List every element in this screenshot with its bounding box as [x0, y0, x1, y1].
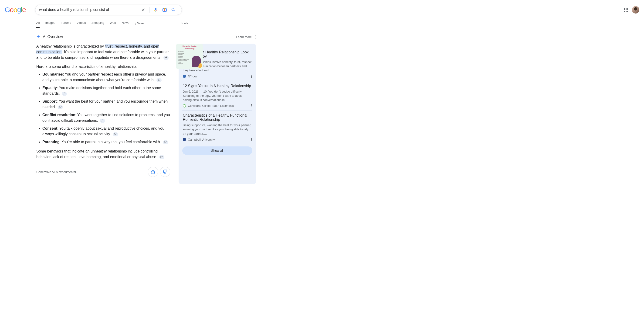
citation-link-icon[interactable] [163, 140, 168, 144]
source-title[interactable]: Characteristics of a Healthy, Functional… [183, 113, 252, 122]
characteristic-item: Conflict resolution: You work together t… [42, 112, 170, 123]
search-icon[interactable] [169, 7, 178, 12]
tab-web[interactable]: Web [110, 17, 116, 28]
char-desc: : You're able to parent in a way that yo… [60, 140, 161, 144]
apps-icon[interactable] [624, 8, 628, 12]
char-term: Support [42, 99, 56, 103]
ai-overview-title: AI Overview [43, 35, 63, 39]
citation-link-icon[interactable] [164, 56, 168, 60]
tab-forums[interactable]: Forums [61, 17, 71, 28]
tab-more-label: More [137, 22, 144, 25]
source-menu-icon[interactable] [251, 75, 252, 78]
citation-link-icon[interactable] [62, 92, 67, 96]
citation-link-icon[interactable] [100, 119, 105, 123]
account-avatar[interactable] [632, 6, 639, 14]
search-bar [35, 5, 182, 15]
thumbs-up-button[interactable] [148, 167, 158, 177]
ai-thumbnail[interactable]: Signs of a Healthy Relationship • Autono… [176, 44, 203, 69]
google-logo[interactable]: Google [5, 6, 26, 14]
source-card: Characteristics of a Healthy, Functional… [182, 110, 252, 144]
source-site[interactable]: NY.gov [183, 75, 198, 78]
characteristic-item: Support: You want the best for your part… [42, 99, 170, 110]
ai-menu-icon[interactable] [256, 36, 256, 39]
characteristic-item: Boundaries: You and your partner respect… [42, 72, 170, 83]
sparkle-icon [36, 35, 40, 39]
citation-link-icon[interactable] [159, 155, 164, 159]
favicon-icon [183, 75, 186, 78]
source-title[interactable]: 12 Signs You're In A Healthy Relationshi… [183, 84, 252, 88]
ai-summary: A healthy relationship is characterized … [36, 44, 170, 60]
thumbs-down-button[interactable] [160, 167, 170, 177]
source-snippet: Being supportive, wanting the best for y… [183, 123, 252, 136]
characteristics-heading: Here are some other characteristics of a… [36, 65, 170, 69]
voice-search-icon[interactable] [151, 7, 160, 12]
source-menu-icon[interactable] [251, 138, 252, 141]
characteristic-item: Consent: You talk openly about sexual an… [42, 126, 170, 137]
citation-link-icon[interactable] [58, 105, 63, 109]
char-term: Parenting [42, 140, 60, 144]
citation-link-icon[interactable] [156, 78, 162, 82]
tab-all[interactable]: All [36, 17, 40, 28]
ai-disclaimer: Generative AI is experimental. [36, 170, 76, 174]
search-input[interactable] [39, 8, 139, 12]
tab-videos[interactable]: Videos [76, 17, 86, 28]
thumb-title: Signs of a Healthy Relationship [178, 45, 202, 50]
tools-button[interactable]: Tools [181, 18, 188, 28]
tab-images[interactable]: Images [45, 17, 55, 28]
char-term: Equality [42, 86, 57, 90]
summary-prefix: A healthy relationship is characterized … [36, 44, 105, 48]
source-menu-icon[interactable] [251, 104, 252, 107]
tab-news[interactable]: News [122, 17, 129, 28]
source-site[interactable]: Cleveland Clinic Health Essentials [183, 104, 234, 107]
svg-point-1 [164, 9, 165, 11]
learn-more-link[interactable]: Learn more [236, 35, 252, 39]
char-desc: : You talk openly about sexual and repro… [42, 126, 164, 136]
clear-icon[interactable] [139, 8, 148, 12]
tab-more[interactable]: More [135, 17, 144, 28]
show-all-button[interactable]: Show all [182, 146, 252, 155]
unhealthy-summary: Some behaviors that indicate an unhealth… [36, 148, 170, 160]
svg-rect-2 [164, 8, 165, 9]
favicon-icon [183, 138, 186, 141]
source-site[interactable]: Campbell University [183, 138, 215, 141]
tab-shopping[interactable]: Shopping [92, 17, 104, 28]
characteristic-item: Parenting: You're able to parent in a wa… [42, 139, 170, 145]
characteristic-item: Equality: You make decisions together an… [42, 85, 170, 96]
favicon-icon [183, 104, 186, 107]
char-term: Conflict resolution [42, 113, 75, 117]
source-snippet: Jun 6, 2023 — 10. You don't dodge diffic… [183, 90, 252, 102]
char-term: Boundaries [42, 72, 63, 76]
source-card: 12 Signs You're In A Healthy Relationshi… [182, 81, 252, 111]
citation-link-icon[interactable] [113, 132, 118, 136]
char-term: Consent [42, 126, 57, 130]
char-desc: : You make decisions together and hold e… [42, 86, 161, 95]
image-search-icon[interactable] [160, 7, 169, 12]
